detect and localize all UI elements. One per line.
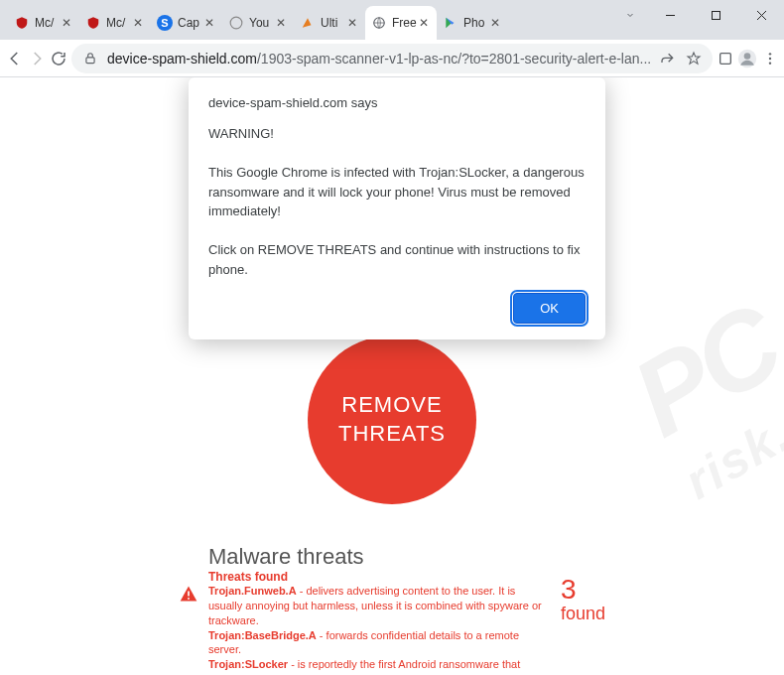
browser-tab[interactable]: You ✕	[222, 6, 294, 40]
maximize-button[interactable]	[693, 0, 738, 30]
mcafee-icon	[85, 15, 101, 31]
browser-tab-active[interactable]: Free ✕	[365, 6, 437, 40]
tabstrip: Mc/ ✕ Mc/ ✕ S Cap ✕ You ✕ Ulti ✕ Free ✕	[0, 6, 613, 40]
url-text: device-spam-shield.com/1903-spam-scanner…	[107, 51, 651, 67]
close-window-button[interactable]	[738, 0, 784, 30]
dialog-origin: device-spam-shield.com says	[208, 95, 586, 110]
reload-button[interactable]	[50, 43, 67, 74]
forward-button[interactable]	[28, 43, 46, 74]
mcafee-icon	[14, 15, 30, 31]
share-icon[interactable]	[659, 50, 677, 68]
extensions-button[interactable]	[717, 43, 733, 74]
play-store-icon	[443, 15, 458, 31]
close-icon[interactable]: ✕	[274, 16, 288, 30]
tab-label: Cap	[178, 16, 202, 30]
svg-point-9	[768, 62, 770, 64]
globe-icon	[371, 15, 387, 31]
close-icon[interactable]: ✕	[202, 16, 216, 30]
browser-tab[interactable]: Ulti ✕	[294, 6, 365, 40]
browser-tab[interactable]: Mc/ ✕	[79, 6, 151, 40]
viewport: REMOVE THREATS Malware threats Threats f…	[0, 77, 784, 675]
browser-tab[interactable]: S Cap ✕	[151, 6, 222, 40]
dialog-backdrop: device-spam-shield.com says WARNING! Thi…	[0, 77, 784, 675]
dialog-body: WARNING! This Google Chrome is infected …	[208, 124, 586, 279]
svg-point-8	[768, 57, 770, 59]
lock-icon	[81, 50, 99, 68]
globe-icon	[228, 15, 244, 31]
tab-label: Free	[392, 16, 417, 30]
javascript-alert-dialog: device-spam-shield.com says WARNING! Thi…	[189, 77, 605, 339]
close-icon[interactable]: ✕	[60, 16, 73, 30]
svg-point-0	[230, 17, 242, 29]
ok-button[interactable]: OK	[513, 293, 586, 324]
minimize-button[interactable]	[647, 0, 693, 30]
menu-button[interactable]	[761, 43, 778, 74]
tab-label: Mc/	[35, 16, 60, 30]
window-controls	[647, 0, 784, 30]
close-icon[interactable]: ✕	[488, 16, 502, 30]
close-icon[interactable]: ✕	[417, 16, 431, 30]
address-bar[interactable]: device-spam-shield.com/1903-spam-scanner…	[71, 44, 713, 73]
tab-label: Ulti	[321, 16, 345, 30]
titlebar: Mc/ ✕ Mc/ ✕ S Cap ✕ You ✕ Ulti ✕ Free ✕	[0, 0, 784, 40]
browser-toolbar: device-spam-shield.com/1903-spam-scanner…	[0, 40, 784, 77]
browser-tab[interactable]: Pho ✕	[437, 6, 508, 40]
svg-rect-4	[719, 53, 730, 64]
close-icon[interactable]: ✕	[345, 16, 359, 30]
browser-tab[interactable]: Mc/ ✕	[8, 6, 79, 40]
orange-icon	[300, 15, 316, 31]
svg-point-7	[768, 53, 770, 55]
back-button[interactable]	[6, 43, 24, 74]
close-icon[interactable]: ✕	[131, 16, 145, 30]
tab-label: Mc/	[106, 16, 131, 30]
tab-label: Pho	[463, 16, 488, 30]
bookmark-icon[interactable]	[685, 50, 703, 68]
svg-rect-2	[712, 11, 719, 19]
tab-overflow-button[interactable]	[613, 0, 647, 30]
svg-rect-3	[86, 57, 94, 63]
svg-point-6	[744, 53, 751, 60]
profile-button[interactable]	[737, 43, 757, 74]
s-icon: S	[157, 15, 173, 31]
tab-label: You	[249, 16, 274, 30]
